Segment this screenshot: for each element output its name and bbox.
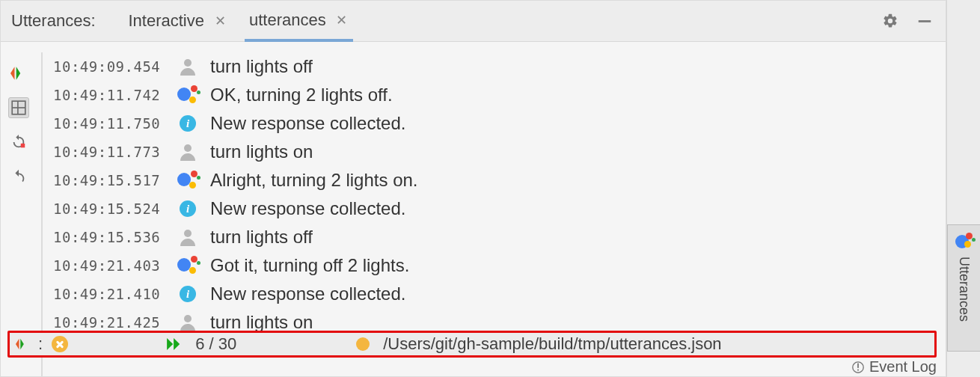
undo-icon[interactable] <box>8 166 29 187</box>
info-icon: i <box>176 200 200 217</box>
log-message: turn lights off <box>210 56 313 77</box>
gear-icon[interactable] <box>880 10 901 31</box>
log-message: New response collected. <box>210 283 405 304</box>
log-row: 10:49:15.517Alright, turning 2 lights on… <box>53 166 946 194</box>
user-icon <box>176 143 200 161</box>
assistant-icon <box>176 171 200 190</box>
left-gutter <box>1 52 37 376</box>
log-row: 10:49:15.524iNew response collected. <box>53 194 946 223</box>
log-row: 10:49:15.536turn lights off <box>53 223 946 251</box>
svg-rect-4 <box>21 144 25 148</box>
assistant-icon <box>176 85 200 105</box>
user-icon <box>176 313 200 331</box>
assistant-icon <box>176 256 200 275</box>
log-row: 10:49:21.403Got it, turning off 2 lights… <box>53 251 946 280</box>
separator-colon: : <box>38 334 43 354</box>
close-icon[interactable]: ✕ <box>335 13 349 27</box>
panel-header: Utterances: Interactive ✕ utterances ✕ <box>1 1 946 42</box>
log-list[interactable]: 10:49:09.454turn lights off10:49:11.742O… <box>47 52 946 376</box>
tab-interactive[interactable]: Interactive ✕ <box>124 1 232 41</box>
log-message: OK, turning 2 lights off. <box>210 85 393 105</box>
assistant-icon <box>955 233 973 249</box>
svg-point-7 <box>184 230 192 237</box>
log-row: 10:49:11.750iNew response collected. <box>53 109 946 138</box>
rerun-icon[interactable] <box>8 132 29 153</box>
info-icon: i <box>176 115 200 132</box>
file-path: /Users/git/gh-sample/build/tmp/utterance… <box>383 334 721 354</box>
timestamp: 10:49:15.536 <box>53 229 165 245</box>
stop-icon[interactable] <box>52 336 68 352</box>
timestamp: 10:49:21.410 <box>53 286 165 302</box>
tab-label: Interactive <box>129 11 205 31</box>
fast-forward-icon[interactable] <box>165 337 183 351</box>
sidebar-tab-label: Utterances <box>956 257 972 322</box>
close-icon[interactable]: ✕ <box>213 14 227 28</box>
status-bar: : 6 / 30 /Users/git/gh-sample/build/tmp/… <box>7 331 937 358</box>
minimize-icon[interactable] <box>914 10 935 31</box>
user-icon <box>176 58 200 76</box>
log-row: 10:49:21.410iNew response collected. <box>53 280 946 308</box>
log-message: New response collected. <box>210 113 405 134</box>
log-row: 10:49:09.454turn lights off <box>53 52 946 81</box>
progress-counter: 6 / 30 <box>195 334 236 354</box>
panel-title: Utterances: <box>11 11 96 31</box>
timestamp: 10:49:11.750 <box>53 115 165 132</box>
timestamp: 10:49:15.524 <box>53 200 165 217</box>
event-log-label: Event Log <box>869 358 937 376</box>
svg-rect-0 <box>919 20 931 22</box>
timestamp: 10:49:11.773 <box>53 144 165 160</box>
log-message: turn lights on <box>210 312 313 333</box>
log-row: 10:49:11.742OK, turning 2 lights off. <box>53 81 946 109</box>
expand-collapse-icon[interactable] <box>8 63 29 84</box>
log-message: Got it, turning off 2 lights. <box>210 255 409 276</box>
log-message: Alright, turning 2 lights on. <box>210 170 418 191</box>
info-icon: i <box>176 286 200 302</box>
expand-collapse-icon[interactable] <box>16 337 29 351</box>
log-message: turn lights on <box>210 141 313 162</box>
layout-icon[interactable] <box>8 97 29 118</box>
tab-utterances[interactable]: utterances ✕ <box>245 1 353 42</box>
log-message: turn lights off <box>210 227 313 248</box>
svg-point-5 <box>184 59 192 67</box>
timestamp: 10:49:21.425 <box>53 314 165 331</box>
event-log-link[interactable]: Event Log <box>851 358 937 376</box>
user-icon <box>176 228 200 246</box>
log-row: 10:49:11.773turn lights on <box>53 138 946 166</box>
svg-point-6 <box>184 144 192 152</box>
timestamp: 10:49:11.742 <box>53 87 165 103</box>
svg-rect-10 <box>857 363 859 367</box>
tab-label: utterances <box>249 10 326 30</box>
log-message: New response collected. <box>210 198 405 219</box>
timestamp: 10:49:21.403 <box>53 257 165 274</box>
svg-point-8 <box>184 315 192 322</box>
right-sidebar: Utterances <box>946 0 980 377</box>
status-dot-icon <box>356 337 370 351</box>
timestamp: 10:49:15.517 <box>53 172 165 188</box>
sidebar-tab-utterances[interactable]: Utterances <box>947 224 980 352</box>
svg-rect-11 <box>857 369 859 370</box>
timestamp: 10:49:09.454 <box>53 58 165 75</box>
